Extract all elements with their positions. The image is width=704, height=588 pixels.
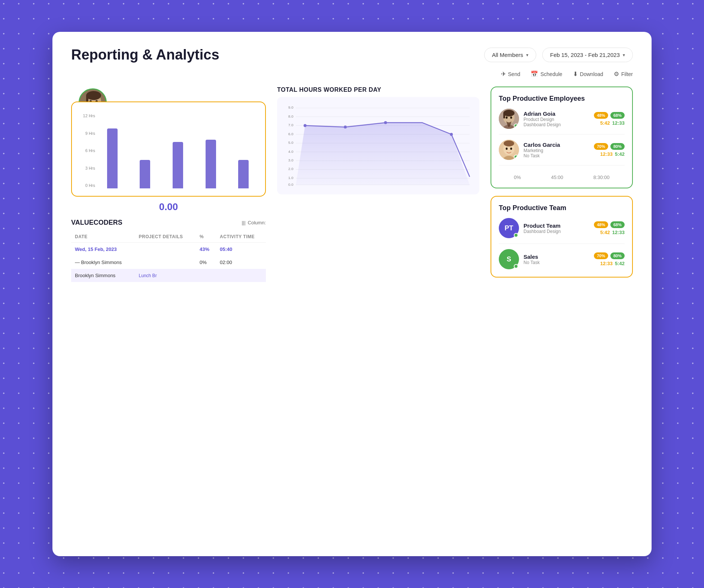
svg-point-46	[510, 116, 512, 119]
team-role-2: No Task	[524, 260, 589, 265]
left-panel: 12 Hrs 9 Hrs 6 Hrs 3 Hrs 0 Hrs	[71, 87, 266, 282]
send-button[interactable]: ✈ Send	[501, 70, 521, 78]
filter-icon: ⚙	[614, 70, 619, 78]
filter-label: Filter	[621, 71, 633, 77]
bar-item-1	[98, 113, 127, 188]
time-orange-1: 5:42	[600, 120, 610, 126]
svg-text:6.0: 6.0	[288, 132, 294, 136]
svg-rect-44	[503, 113, 505, 118]
bar-item-5	[229, 113, 258, 188]
svg-point-30	[384, 121, 387, 124]
employee-row-1: Adrian Goia Product Design Dashboard Des…	[499, 109, 625, 134]
col-pct: %	[196, 231, 216, 243]
bar-item-2	[131, 113, 160, 188]
bar-fill-2	[140, 160, 150, 188]
footer-stat-1: 0%	[514, 175, 521, 180]
employee-name-2: Carlos Garcia	[524, 142, 589, 148]
employee-stats-1: 48% 68% 5:42 12:33	[594, 112, 625, 126]
bar-fill-5	[238, 160, 249, 188]
employee-stats-2: 70% 80% 12:33 5:42	[594, 143, 625, 157]
badge-pct-orange-2: 70%	[594, 143, 608, 150]
team-badges-1: 48% 68%	[594, 221, 625, 228]
table-row: — Brooklyn Simmons 0% 02:00	[71, 256, 266, 269]
bar-chart-card: 12 Hrs 9 Hrs 6 Hrs 3 Hrs 0 Hrs	[71, 101, 266, 197]
row-time: 02:00	[216, 256, 266, 269]
employee-info-1: Adrian Goia Product Design Dashboard Des…	[524, 110, 589, 127]
date-range-label: Feb 15, 2023 - Feb 21,2023	[550, 52, 620, 58]
team-time-green-2: 5:42	[615, 261, 625, 266]
row-pct: 0%	[196, 256, 216, 269]
row-time: 05:40	[216, 243, 266, 256]
team-badge-orange-2: 70%	[594, 252, 608, 259]
col-date: DATE	[71, 231, 135, 243]
svg-point-28	[304, 124, 307, 127]
table-section: VALUECODERS ||| Column: DATE PROJECT DET…	[71, 219, 266, 282]
column-icon: |||	[242, 220, 245, 225]
top-team-title: Top Productive Team	[499, 204, 625, 212]
employee-sub-role-2: No Task	[524, 153, 589, 158]
svg-text:1.0: 1.0	[288, 176, 294, 180]
members-filter-button[interactable]: All Members ▾	[484, 48, 536, 62]
bar-y-axis: 12 Hrs 9 Hrs 6 Hrs 3 Hrs 0 Hrs	[79, 113, 95, 188]
line-chart-section: TOTAL HOURS WORKED PER DAY 9.0 8.0 7.0 6…	[277, 87, 479, 194]
right-panel: Top Productive Employees	[491, 87, 633, 282]
team-times-2: 12:33 5:42	[600, 261, 625, 266]
team-badge-orange-1: 48%	[594, 221, 608, 228]
top-employees-title: Top Productive Employees	[499, 95, 625, 103]
row-project	[135, 243, 196, 256]
members-filter-label: All Members	[492, 52, 523, 58]
badge-pct-green-2: 80%	[610, 143, 625, 150]
row-pct	[196, 269, 216, 282]
table-title: VALUECODERS	[71, 219, 122, 227]
team-initials-1: PT	[504, 224, 513, 232]
line-chart-title: TOTAL HOURS WORKED PER DAY	[277, 87, 479, 93]
col-time: ACTIVITY TIME	[216, 231, 266, 243]
employee-name-1: Adrian Goia	[524, 110, 589, 117]
stat-times-1: 5:42 12:33	[600, 120, 625, 126]
schedule-button[interactable]: 📅 Schedule	[531, 70, 562, 78]
row-name: — Brooklyn Simmons	[71, 256, 135, 269]
chevron-down-icon: ▾	[623, 52, 625, 58]
team-time-orange-1: 5:42	[600, 230, 610, 235]
team-badges-2: 70% 80%	[594, 252, 625, 259]
page-title: Reporting & Analytics	[71, 47, 219, 63]
svg-text:0.0: 0.0	[288, 182, 294, 187]
y-label-9: 9 Hrs	[79, 131, 95, 136]
employee-row-2: Carlos Garcia Marketing No Task 70% 80% …	[499, 140, 625, 166]
avatar-adrian	[499, 109, 519, 129]
employee-info-2: Carlos Garcia Marketing No Task	[524, 142, 589, 158]
svg-text:9.0: 9.0	[288, 105, 294, 109]
team-badge-green-2: 80%	[610, 252, 625, 259]
svg-text:7.0: 7.0	[288, 123, 294, 127]
team-info-1: Product Team Dashboard Design	[524, 222, 589, 234]
table-header-row: VALUECODERS ||| Column:	[71, 219, 266, 227]
download-button[interactable]: ⬇ Download	[573, 70, 603, 78]
toolbar: ✈ Send 📅 Schedule ⬇ Download ⚙ Filter	[71, 70, 633, 78]
header-controls: All Members ▾ Feb 15, 2023 - Feb 21,2023…	[484, 48, 633, 62]
column-toggle-button[interactable]: ||| Column:	[242, 220, 266, 225]
row-date: Wed, 15 Feb, 2023	[71, 243, 135, 256]
card-footer-stats: 0% 45:00 8:30:00	[499, 171, 625, 180]
filter-button[interactable]: ⚙ Filter	[614, 70, 633, 78]
badge-pct-green-1: 68%	[610, 112, 625, 119]
team-time-green-1: 12:33	[612, 230, 625, 235]
badge-pct-orange-1: 48%	[594, 112, 608, 119]
time-green-2: 5:42	[615, 151, 625, 157]
svg-text:5.0: 5.0	[288, 140, 294, 145]
y-label-12: 12 Hrs	[79, 113, 95, 118]
team-time-orange-2: 12:33	[600, 261, 613, 266]
table-head: DATE PROJECT DETAILS % ACTIVITY TIME	[71, 231, 266, 243]
svg-text:3.0: 3.0	[288, 158, 294, 162]
y-label-6: 6 Hrs	[79, 148, 95, 153]
col-project: PROJECT DETAILS	[135, 231, 196, 243]
date-range-button[interactable]: Feb 15, 2023 - Feb 21,2023 ▾	[542, 48, 633, 62]
svg-point-45	[506, 116, 508, 119]
team-row-2: S Sales No Task 70% 80% 12:33	[499, 249, 625, 269]
top-employees-card: Top Productive Employees	[491, 87, 633, 188]
line-chart-svg: 9.0 8.0 7.0 6.0 5.0 4.0 3.0 2.0 1.0 0.0	[283, 103, 473, 188]
bar-fill-1	[107, 128, 118, 188]
stat-badges-1: 48% 68%	[594, 112, 625, 119]
bar-fill-4	[206, 140, 216, 188]
y-label-0: 0 Hrs	[79, 183, 95, 188]
line-chart-container: 9.0 8.0 7.0 6.0 5.0 4.0 3.0 2.0 1.0 0.0	[277, 97, 479, 194]
